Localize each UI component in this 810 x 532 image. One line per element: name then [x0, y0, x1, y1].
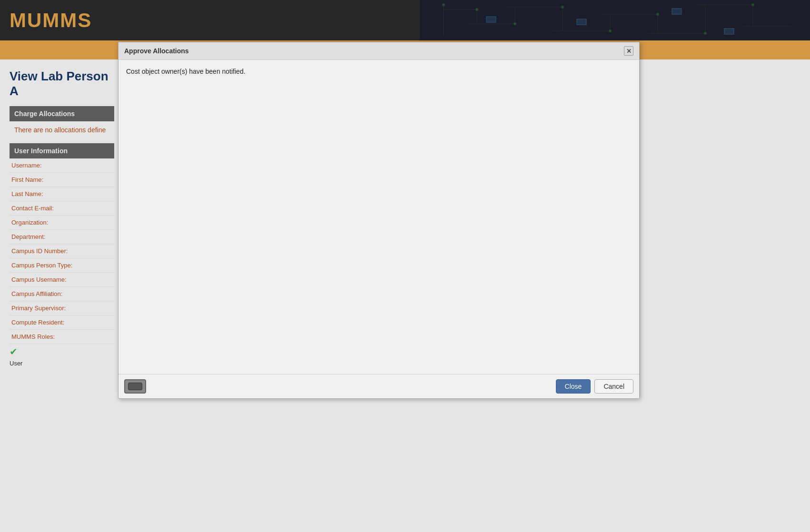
close-button[interactable]: Close [556, 379, 591, 394]
approve-allocations-modal: Approve Allocations ✕ Cost object owner(… [118, 42, 640, 399]
modal-footer: Close Cancel [119, 374, 639, 398]
modal-footer-buttons: Close Cancel [556, 379, 633, 394]
modal-close-x-button[interactable]: ✕ [624, 46, 633, 56]
modal-footer-left [124, 379, 146, 394]
modal-overlay: Approve Allocations ✕ Cost object owner(… [0, 0, 810, 532]
modal-body: Cost object owner(s) have been notified. [119, 60, 639, 374]
keyboard-icon [124, 379, 146, 394]
modal-title: Approve Allocations [124, 47, 189, 55]
cancel-button[interactable]: Cancel [594, 379, 633, 394]
notification-text: Cost object owner(s) have been notified. [126, 68, 632, 75]
background-page: MUMMS View Lab Person A Charge Allocatio… [0, 0, 810, 532]
modal-titlebar: Approve Allocations ✕ [119, 42, 639, 60]
